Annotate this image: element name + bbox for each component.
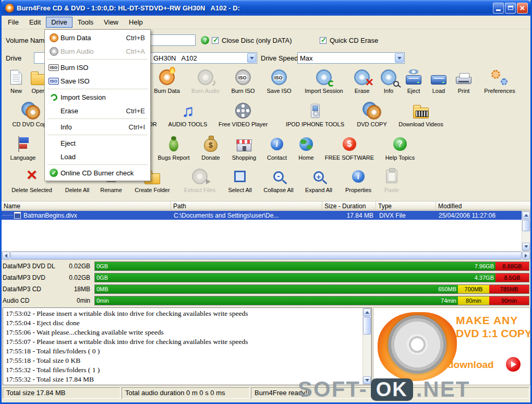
drive-menu: Burn Data Ctrl+B Burn Audio Ctrl+A Burn … [44, 29, 151, 181]
menu-file[interactable]: File [3, 17, 24, 28]
promo-panel: MAKE ANY DVD 1:1 COPY download [373, 307, 530, 385]
save-iso-icon [262, 68, 296, 87]
log-line: 17:55:07 - Please insert a writable disk… [6, 337, 360, 347]
drive-speed-select[interactable]: Max [297, 52, 405, 64]
extract-icon [179, 167, 221, 186]
toolbar-burn-data[interactable]: Burn Data [149, 68, 185, 94]
log-line: 17:55:04 - Eject disc done [6, 318, 360, 328]
toolbar-burn-iso[interactable]: Burn ISO [226, 68, 260, 94]
menu-item-eject[interactable]: Eject [46, 136, 149, 150]
list-horizontal-scrollbar[interactable] [2, 251, 530, 260]
toolbar-dvd-copy[interactable]: DVD COPY [354, 101, 390, 127]
chevron-down-icon[interactable] [247, 53, 256, 63]
toolbar-save-iso[interactable]: Save ISO [262, 68, 296, 94]
log-line: 17:55:18 - Total size 0 KB [6, 356, 360, 365]
menu-item-online-check[interactable]: Online CD Burner check [46, 166, 149, 180]
menu-item-load[interactable]: Load [46, 150, 149, 163]
menu-item-burn-iso[interactable]: Burn ISO [46, 61, 149, 74]
toolbar-info[interactable]: Info [377, 68, 401, 94]
column-path[interactable]: Path [171, 201, 322, 210]
scroll-right-button[interactable] [522, 252, 530, 259]
log-vertical-scrollbar[interactable] [362, 308, 371, 385]
toolbar-free-software[interactable]: FREE SOFTWARE [323, 135, 376, 161]
toolbar-preferences[interactable]: Preferences [478, 68, 521, 94]
chevron-down-icon[interactable] [395, 53, 404, 63]
menu-drive[interactable]: Drive [46, 17, 72, 28]
file-row-selected[interactable]: BatmanBegins.divx C:\Documents and Setti… [2, 211, 522, 220]
capacity-used: 18MB [74, 286, 90, 293]
menu-separator [47, 118, 148, 119]
toolbar-select-all[interactable]: Select All [223, 167, 257, 193]
log-line: 17:53:02 - Please insert a writable disk… [6, 309, 360, 318]
checkbox-icon[interactable] [320, 37, 327, 44]
menu-item-erase[interactable]: Erase Ctrl+E [46, 104, 149, 117]
menu-item-import-session[interactable]: Import Session [46, 90, 149, 104]
video-file-icon [14, 212, 21, 219]
menu-view[interactable]: View [99, 17, 124, 28]
tree-connector [3, 215, 13, 216]
file-type: DIVX File [379, 212, 437, 219]
toolbar-shopping[interactable]: Shopping [228, 135, 260, 161]
ipod-icon [280, 101, 350, 120]
column-name[interactable]: Name [2, 201, 171, 210]
toolbar-expand-all[interactable]: Expand All [300, 167, 337, 193]
download-arrow-button[interactable] [506, 357, 521, 372]
cd-graphic [388, 315, 446, 374]
load-icon [427, 68, 451, 87]
capacity-bar: 0min 74min 80min 90min [94, 296, 529, 305]
menu-item-save-iso[interactable]: Save ISO [46, 74, 149, 88]
scroll-thumb[interactable] [522, 220, 530, 231]
toolbar-print[interactable]: Print [451, 68, 476, 94]
scroll-up-button[interactable] [522, 211, 530, 219]
menu-help[interactable]: Help [124, 17, 148, 28]
help-icon[interactable] [201, 36, 209, 44]
column-type[interactable]: Type [376, 201, 436, 210]
close-button[interactable] [517, 3, 528, 14]
toolbar-import-session[interactable]: Import Session [300, 68, 347, 94]
toolbar-download-videos[interactable]: Download Videos [394, 101, 448, 127]
maximize-button[interactable] [505, 3, 516, 14]
toolbar-audio-tools[interactable]: AUDIO TOOLS [164, 101, 211, 127]
capacity-used: 0.02GB [69, 263, 90, 270]
column-size-duration[interactable]: Size - Duration [322, 201, 376, 210]
toolbar-language[interactable]: Language [4, 135, 42, 161]
scroll-up-button[interactable] [363, 308, 371, 316]
scroll-thumb[interactable] [363, 317, 371, 335]
column-modified[interactable]: Modified [436, 201, 530, 210]
quick-erase-checkbox[interactable]: Quick CD Erase [320, 34, 378, 46]
toolbar-erase[interactable]: Erase [347, 68, 377, 94]
toolbar-contact[interactable]: Contact [262, 135, 292, 161]
toolbar-eject[interactable]: Eject [401, 68, 426, 94]
list-vertical-scrollbar[interactable] [522, 211, 530, 251]
menu-item-info[interactable]: Info Ctrl+I [46, 120, 149, 134]
checkbox-icon[interactable] [212, 37, 219, 44]
burn-iso-icon [226, 68, 260, 87]
scroll-thumb[interactable] [10, 252, 522, 259]
title-bar[interactable]: Burn4Free CD & DVD - 1:0:0,D: HL-DT-STDV… [2, 0, 530, 16]
toolbar-home[interactable]: Home [294, 135, 319, 161]
toolbar-load[interactable]: Load [427, 68, 451, 94]
toolbar-ipod-iphone-tools[interactable]: IPOD IPHONE TOOLS [280, 101, 350, 127]
menu-edit[interactable]: Edit [24, 17, 46, 28]
toolbar-video-player[interactable]: Free VIDEO Player [215, 101, 271, 127]
menu-item-burn-data[interactable]: Burn Data Ctrl+B [46, 31, 149, 44]
soft-ok-watermark: SOFT- OK .NET [298, 377, 470, 402]
toolbar-properties[interactable]: Properties [340, 167, 377, 193]
scroll-down-button[interactable] [522, 243, 530, 251]
menu-separator [47, 164, 148, 165]
menu-tools[interactable]: Tools [72, 17, 99, 28]
toolbar-collapse-all[interactable]: Collapse All [259, 167, 298, 193]
capacity-row-dvd-dl: Data/MP3 DVD DL 0.02GB 0GB 7.96GB 8.88GB [2, 261, 530, 271]
capacity-label: Data/MP3 DVD [3, 274, 45, 281]
minimize-button[interactable] [493, 3, 504, 14]
money-bag-icon [196, 135, 226, 153]
close-disc-checkbox[interactable]: Close Disc (only DATA) [212, 34, 292, 46]
toolbar-donate[interactable]: Donate [196, 135, 226, 161]
toolbar-help-topics[interactable]: Help Topics [379, 135, 421, 161]
toolbar-bugs-report[interactable]: Bugs Report [153, 135, 194, 161]
toolbar-new[interactable]: New [4, 68, 29, 94]
burn-data-icon [149, 68, 185, 87]
capacity-bar: 0GB 7.96GB 8.88GB [94, 262, 529, 271]
scroll-left-button[interactable] [2, 252, 10, 259]
download-link[interactable]: download [448, 359, 494, 371]
